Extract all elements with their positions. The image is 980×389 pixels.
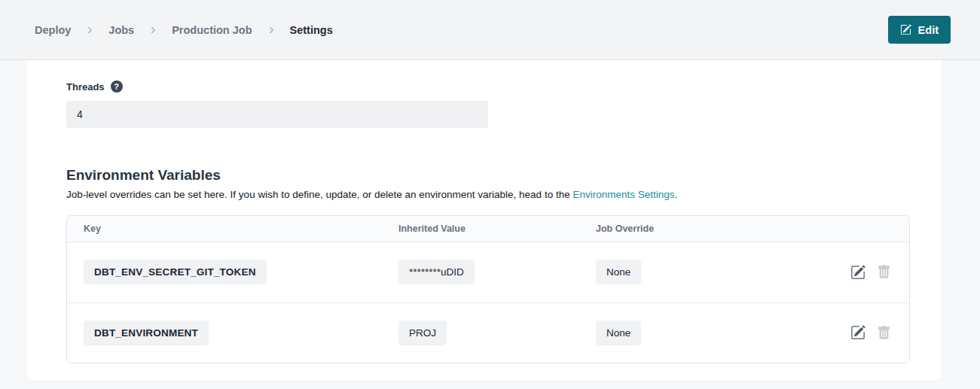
breadcrumb: Deploy Jobs Production Job Settings (35, 24, 333, 36)
delete-row-button[interactable] (877, 326, 891, 340)
trash-icon (877, 331, 891, 342)
edit-button[interactable]: Edit (888, 16, 951, 44)
pencil-square-icon (900, 24, 911, 35)
help-icon[interactable]: ? (111, 81, 123, 93)
inherited-value-badge: ********uDID (398, 260, 475, 284)
breadcrumb-item-settings: Settings (290, 24, 333, 36)
env-var-key-badge: DBT_ENV_SECRET_GIT_TOKEN (84, 260, 267, 284)
settings-card: Threads ? Environment Variables Job-leve… (27, 60, 942, 381)
row-actions (850, 265, 891, 280)
environment-variables-table: Key Inherited Value Job Override DBT_ENV… (66, 215, 910, 363)
chevron-right-icon (149, 26, 157, 34)
environment-variables-title: Environment Variables (66, 167, 910, 184)
pencil-square-icon (850, 271, 866, 282)
chevron-right-icon (267, 26, 275, 34)
table-row: DBT_ENV_SECRET_GIT_TOKEN ********uDID No… (67, 242, 909, 302)
threads-label: Threads (66, 81, 105, 93)
column-header-inherited-value: Inherited Value (398, 223, 596, 234)
page-header: Deploy Jobs Production Job Settings Edit (0, 0, 980, 60)
description-text: Job-level overrides can be set here. If … (66, 189, 572, 200)
threads-field-header: Threads ? (66, 81, 910, 93)
trash-icon (877, 270, 891, 281)
table-header-row: Key Inherited Value Job Override (67, 216, 909, 242)
env-var-key-badge: DBT_ENVIRONMENT (84, 321, 209, 345)
threads-input[interactable] (66, 101, 488, 128)
job-override-badge: None (596, 260, 641, 284)
environment-variables-section: Environment Variables Job-level override… (66, 167, 910, 363)
job-override-badge: None (596, 321, 641, 345)
breadcrumb-item-deploy[interactable]: Deploy (35, 24, 71, 36)
column-header-job-override: Job Override (596, 223, 891, 234)
pencil-square-icon (850, 331, 866, 342)
description-suffix: . (675, 189, 678, 200)
edit-row-button[interactable] (850, 325, 866, 340)
environment-variables-description: Job-level overrides can be set here. If … (66, 188, 910, 202)
edit-row-button[interactable] (850, 265, 866, 280)
edit-button-label: Edit (918, 24, 939, 36)
column-header-key: Key (84, 223, 398, 234)
breadcrumb-item-production-job[interactable]: Production Job (172, 24, 252, 36)
chevron-right-icon (86, 26, 93, 34)
environments-settings-link[interactable]: Environments Settings (572, 189, 674, 200)
inherited-value-badge: PROJ (398, 321, 447, 345)
row-actions (850, 325, 891, 340)
table-row: DBT_ENVIRONMENT PROJ None (67, 302, 909, 363)
delete-row-button[interactable] (877, 265, 891, 279)
breadcrumb-item-jobs[interactable]: Jobs (108, 24, 134, 36)
